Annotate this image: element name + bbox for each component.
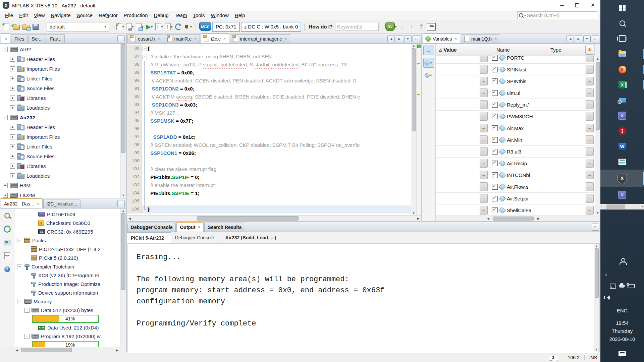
projects-tab-fav[interactable]: Fav... — [47, 34, 65, 43]
collapse-icon[interactable] — [3, 115, 8, 120]
tree-item-loadables[interactable]: Loadables — [0, 103, 120, 113]
output-tab-output[interactable]: Output — [176, 222, 204, 232]
collapse-icon[interactable] — [17, 299, 22, 304]
expand-icon[interactable] — [10, 134, 15, 139]
projects-tab-tab[interactable] — [1, 34, 10, 43]
scroll-right-icon[interactable]: ▶ — [536, 216, 541, 221]
value-edit-button[interactable] — [480, 77, 488, 85]
value-edit-button[interactable] — [480, 124, 488, 132]
fold-margin[interactable] — [142, 165, 148, 173]
scroll-up-icon[interactable]: ▲ — [411, 44, 416, 47]
taskbar-search-button[interactable] — [600, 15, 644, 31]
variable-row-spinlast[interactable]: SPINlast — [436, 64, 595, 75]
variable-row-pwm3dch[interactable]: PWM3DCH — [436, 111, 595, 122]
tree-item-device-support-information[interactable]: Device support information — [14, 288, 120, 297]
tree-item-compiler-toolchain[interactable]: Compiler Toolchain — [14, 262, 120, 271]
scroll-right-icon[interactable]: › — [642, 204, 643, 208]
taskbar-log-plot-button[interactable]: LOG — [600, 154, 644, 170]
expand-icon[interactable] — [10, 86, 15, 91]
scroll-up-icon[interactable]: ▲ — [594, 244, 599, 248]
scroll-left-icon[interactable]: ◀ — [486, 216, 490, 221]
minimize-panel-icon[interactable]: – — [117, 200, 125, 207]
write-device-button[interactable]: ↑ — [408, 22, 416, 32]
tree-item-header-files[interactable]: Header Files — [0, 54, 120, 64]
expand-icon[interactable] — [10, 125, 15, 130]
row-options-button[interactable] — [586, 100, 594, 109]
save-button[interactable] — [31, 22, 40, 32]
mcc-button[interactable]: MCC — [199, 22, 211, 32]
menu-view[interactable]: View — [31, 12, 48, 18]
dashboard-tab-i2c-initialize[interactable]: I2C_Initialize... — [43, 199, 81, 208]
row-options-button[interactable] — [586, 182, 594, 191]
scroll-left-icon[interactable]: ◀ — [15, 347, 19, 353]
editor-tab-mainr-c[interactable]: CmainR.c — [164, 34, 200, 43]
variable-row-intconbi[interactable]: INTCONbi — [436, 169, 595, 181]
value-edit-button[interactable] — [480, 159, 488, 168]
export-hex-button[interactable]: ⇑ — [417, 22, 426, 32]
tree-item-production-image-optimiza[interactable]: Production Image: Optimiza — [14, 280, 120, 288]
variables-hscrollbar[interactable]: ◀ ▶ — [436, 216, 595, 221]
collapse-icon[interactable] — [24, 308, 30, 313]
editor-tab-interrupt-manager-c[interactable]: Cinterrupt_manager.c — [230, 34, 290, 43]
value-edit-button[interactable] — [480, 182, 488, 191]
checkbox[interactable] — [492, 207, 498, 213]
variable-row-spinthis[interactable]: SPINthis — [436, 75, 595, 87]
log-button[interactable]: LOG — [427, 22, 436, 32]
editor-tab-eusart-h[interactable]: Heusart.h — [127, 34, 163, 43]
fold-margin[interactable] — [142, 205, 148, 214]
expand-icon[interactable] — [10, 105, 15, 110]
show-hidden-icons-button[interactable] — [600, 268, 644, 280]
taskbar-remote-desktop-button[interactable] — [600, 93, 644, 108]
row-options-button[interactable] — [586, 77, 594, 85]
scroll-down-icon[interactable]: ▼ — [411, 212, 416, 215]
output-console[interactable]: Erasing... The following memory area(s) … — [127, 243, 600, 352]
refresh-dashboard-button[interactable] — [2, 225, 12, 233]
scroll-left-icon[interactable]: ◀ — [127, 216, 132, 221]
run-button[interactable]: ▶▾ — [145, 22, 154, 32]
output-tab-search-results[interactable]: Search Results — [204, 223, 245, 232]
expand-icon[interactable] — [10, 66, 15, 71]
row-options-button[interactable] — [586, 65, 594, 74]
menu-debug[interactable]: Debug — [151, 12, 171, 18]
variable-row-air-max[interactable]: Air.Max — [436, 122, 595, 134]
fold-margin[interactable] — [142, 189, 148, 197]
checkbox[interactable] — [492, 67, 498, 72]
datasheet-button[interactable]: PDF — [2, 251, 12, 260]
editor-hscrollbar[interactable]: ◀ ▶ — [127, 215, 421, 221]
upload-button[interactable]: ↑▾ — [164, 22, 173, 32]
menu-production[interactable]: Production — [121, 12, 151, 18]
row-options-button[interactable] — [586, 159, 594, 168]
value-edit-button[interactable] — [480, 88, 488, 97]
volume-button[interactable] — [600, 292, 644, 304]
value-edit-button[interactable] — [480, 171, 488, 179]
menu-refactor[interactable]: Refactor — [96, 12, 121, 18]
row-options-button[interactable] — [586, 135, 594, 144]
prev-doc-icon[interactable]: ◀ — [567, 35, 574, 42]
taskbar-mplab-x-button[interactable] — [600, 108, 644, 123]
taskbar-start-button[interactable] — [600, 0, 644, 15]
dashboard-scrollbar[interactable]: ▲ — [120, 208, 126, 347]
expand-icon[interactable] — [3, 183, 8, 188]
notifications-badge[interactable]: 2 — [549, 355, 558, 361]
new-project-button[interactable] — [12, 22, 20, 32]
value-edit-button[interactable] — [480, 112, 488, 121]
scroll-right-icon[interactable]: ▶ — [416, 216, 421, 221]
project-window-button[interactable] — [2, 238, 12, 247]
cast-icon[interactable] — [610, 284, 616, 289]
collapse-icon[interactable] — [24, 334, 30, 339]
tree-item-air2[interactable]: AIR2 — [0, 45, 120, 54]
maximize-button[interactable] — [570, 0, 585, 11]
close-icon[interactable] — [284, 37, 287, 41]
maximize-panel-icon[interactable]: □ — [592, 224, 599, 231]
expand-icon[interactable] — [10, 96, 15, 101]
tree-item-lio2m[interactable]: LIO2M — [0, 190, 120, 198]
fold-margin[interactable] — [142, 93, 148, 101]
tree-item-program-8-192-0x2000-w[interactable]: Program 8,192 (0x2000) w — [14, 332, 120, 341]
fold-margin[interactable] — [142, 77, 148, 85]
close-icon[interactable] — [37, 201, 39, 206]
checkbox[interactable] — [492, 161, 498, 166]
checkbox[interactable] — [492, 172, 498, 178]
checkbox[interactable] — [492, 149, 498, 155]
close-icon[interactable] — [198, 225, 200, 230]
dashboard-tab-air232-das[interactable]: Air232 - Das... — [1, 198, 43, 208]
